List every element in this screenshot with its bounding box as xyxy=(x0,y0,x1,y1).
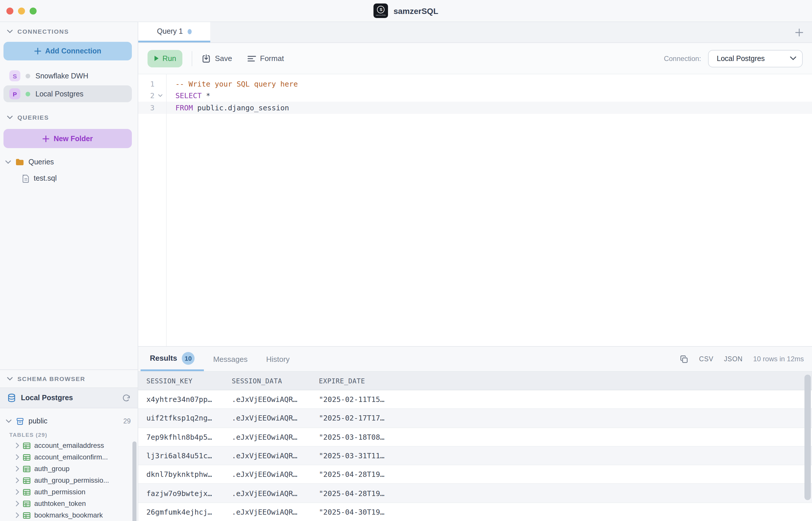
save-label: Save xyxy=(215,54,232,63)
cell-session-key: uif2tfksp1q2ng… xyxy=(146,414,232,423)
sql-code: * xyxy=(202,91,210,100)
table-item[interactable]: authtoken_token xyxy=(0,498,138,509)
cell-expire-date: "2025-02-17T17… xyxy=(319,414,384,423)
table-item[interactable]: bookmarks_bookmark xyxy=(0,509,138,521)
connection-item-snowflake[interactable]: S Snowflake DWH xyxy=(3,67,132,84)
editor-line-active: 3 FROM public.django_session xyxy=(138,101,812,114)
sql-comment: -- Write your SQL query here xyxy=(175,80,298,88)
code-fold-toggle[interactable] xyxy=(155,94,166,97)
cell-session-key: 26gmfumk4ejhcj… xyxy=(146,508,232,516)
connection-badge: P xyxy=(9,88,20,99)
column-header[interactable]: SESSION_DATA xyxy=(232,377,319,385)
sql-editor[interactable]: 1 -- Write your SQL query here 2 SELECT … xyxy=(138,74,812,346)
column-header[interactable]: EXPIRE_DATE xyxy=(319,377,365,385)
table-item[interactable]: auth_group_permissio... xyxy=(0,475,138,486)
line-number: 3 xyxy=(138,104,155,112)
table-icon xyxy=(23,453,31,461)
column-header[interactable]: SESSION_KEY xyxy=(146,377,232,385)
main-area: Query 1 Run Save Fo xyxy=(138,22,812,521)
queries-section-header[interactable]: QUERIES xyxy=(0,112,138,123)
connection-badge: S xyxy=(9,70,20,81)
export-json-button[interactable]: JSON xyxy=(724,356,743,362)
results-panel: Results 10 Messages History CSV JSON 10 … xyxy=(138,346,812,521)
minimize-window-button[interactable] xyxy=(18,7,25,15)
queries-folder-label: Queries xyxy=(28,158,54,166)
query-status-text: 10 rows in 12ms xyxy=(753,355,804,363)
results-tab-label: Results xyxy=(150,354,177,362)
connection-item-local-postgres[interactable]: P Local Postgres xyxy=(3,85,132,102)
schema-browser-header[interactable]: SCHEMA BROWSER xyxy=(0,370,138,387)
new-folder-button[interactable]: New Folder xyxy=(3,129,132,148)
tab-query-1[interactable]: Query 1 xyxy=(138,22,210,42)
schema-connection-name: Local Postgres xyxy=(21,394,117,402)
cell-session-data: .eJxVjEEOwiAQR… xyxy=(232,451,319,460)
cell-expire-date: "2025-03-31T11… xyxy=(319,451,384,460)
connection-select[interactable]: Local Postgres xyxy=(708,50,803,67)
app-logo-icon: S samzerSQL xyxy=(374,3,388,18)
history-tab-label: History xyxy=(266,355,290,363)
tab-messages[interactable]: Messages xyxy=(204,347,257,371)
titlebar: S samzerSQL samzerSQL xyxy=(0,0,812,22)
window-title-group: S samzerSQL samzerSQL xyxy=(374,3,438,18)
table-item[interactable]: auth_permission xyxy=(0,486,138,498)
copy-icon[interactable] xyxy=(680,355,689,363)
sql-keyword: FROM xyxy=(175,104,193,112)
status-dot-disconnected xyxy=(26,73,30,78)
app-logo-letter: S xyxy=(377,5,385,13)
schema-public-row[interactable]: public 29 xyxy=(0,413,138,429)
connections-section-label: CONNECTIONS xyxy=(18,28,69,35)
save-button[interactable]: Save xyxy=(202,54,232,63)
sidebar-scrollbar-thumb[interactable] xyxy=(132,441,136,521)
run-button[interactable]: Run xyxy=(148,50,182,67)
tables-group-label: TABLES (29) xyxy=(0,429,138,440)
file-test-sql[interactable]: test.sql xyxy=(22,171,132,185)
connection-select-label: Connection: xyxy=(664,54,701,63)
cell-session-data: .eJxVjEEOwiAQR… xyxy=(232,508,319,516)
tab-results[interactable]: Results 10 xyxy=(140,347,204,371)
close-window-button[interactable] xyxy=(6,7,13,15)
table-name: auth_group_permissio... xyxy=(34,476,109,484)
chevron-down-icon xyxy=(7,116,13,119)
editor-toolbar: Run Save Format Connection: Local Postgr… xyxy=(138,43,812,74)
schema-box-icon xyxy=(16,417,24,426)
table-item[interactable]: account_emailconfirm... xyxy=(0,451,138,463)
chevron-down-icon xyxy=(5,160,11,164)
table-row[interactable]: lj3ri6al84u51c… .eJxVjEEOwiAQR… "2025-03… xyxy=(138,447,812,466)
connection-select-value: Local Postgres xyxy=(717,54,790,63)
new-tab-button[interactable] xyxy=(791,22,807,43)
table-row[interactable]: x4yhtre34n07pp… .eJxVjEEOwiAQR… "2025-02… xyxy=(138,390,812,409)
table-row[interactable]: 26gmfumk4ejhcj… .eJxVjEEOwiAQR… "2025-04… xyxy=(138,503,812,521)
table-name: account_emailaddress xyxy=(34,441,104,450)
chevron-right-icon xyxy=(16,477,19,483)
table-item[interactable]: account_emailaddress xyxy=(0,440,138,451)
tab-history[interactable]: History xyxy=(257,347,299,371)
plus-icon xyxy=(34,48,41,54)
cell-session-data: .eJxVjEEOwiAQR… xyxy=(232,395,319,404)
schema-connection-row[interactable]: Local Postgres xyxy=(0,387,138,408)
table-name: auth_permission xyxy=(34,488,85,496)
chevron-down-icon xyxy=(790,56,796,61)
table-row[interactable]: fazjw7o9bwtejx… .eJxVjEEOwiAQR… "2025-04… xyxy=(138,484,812,503)
queries-folder-row[interactable]: Queries xyxy=(5,155,132,169)
status-dot-connected xyxy=(26,91,30,96)
format-button[interactable]: Format xyxy=(247,54,284,63)
table-row[interactable]: uif2tfksp1q2ng… .eJxVjEEOwiAQR… "2025-02… xyxy=(138,409,812,428)
unsaved-indicator-dot xyxy=(187,29,191,34)
chevron-down-icon xyxy=(7,377,13,381)
schema-name: public xyxy=(28,417,47,425)
results-scrollbar-thumb[interactable] xyxy=(805,375,811,500)
table-row[interactable]: dknl7byknktphw… .eJxVjEEOwiAQR… "2025-04… xyxy=(138,465,812,484)
zoom-window-button[interactable] xyxy=(30,7,37,15)
toolbar-divider xyxy=(192,51,192,66)
cell-session-data: .eJxVjEEOwiAQR… xyxy=(232,414,319,423)
chevron-down-icon xyxy=(6,420,12,423)
add-connection-button[interactable]: Add Connection xyxy=(3,42,132,61)
table-row[interactable]: 7ep9kfhln8b4p5… .eJxVjEEOwiAQR… "2025-03… xyxy=(138,428,812,447)
plus-icon xyxy=(43,135,50,142)
table-item[interactable]: auth_group xyxy=(0,463,138,475)
chevron-right-icon xyxy=(16,512,19,518)
chevron-right-icon xyxy=(16,454,19,460)
refresh-icon[interactable] xyxy=(122,393,131,402)
connections-section-header[interactable]: CONNECTIONS xyxy=(0,26,138,37)
export-csv-button[interactable]: CSV xyxy=(699,356,714,362)
